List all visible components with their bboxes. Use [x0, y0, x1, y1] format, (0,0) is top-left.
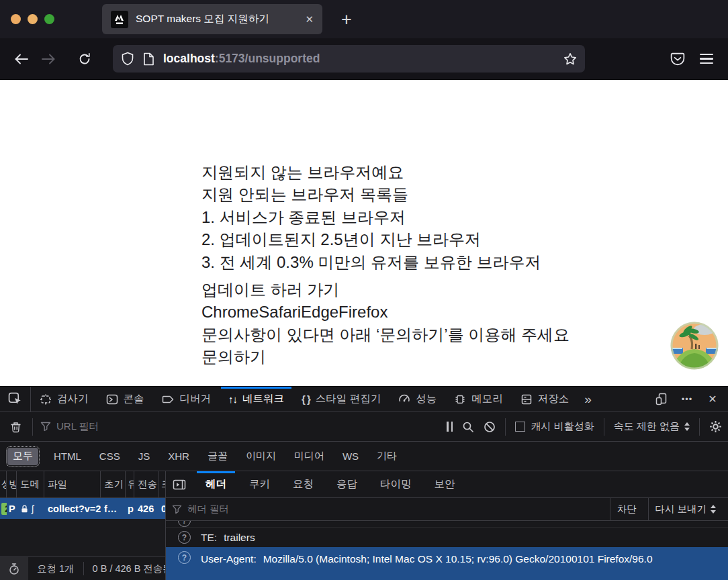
url-text: localhost:5173/unsupported	[163, 52, 320, 66]
header-row-te[interactable]: ? TE:trailers	[166, 528, 728, 547]
request-initiator: f…	[101, 503, 126, 514]
network-toolbar: URL 필터 캐시 비활성화 속도 제한 없음	[0, 412, 728, 442]
update-links-block: 업데이트 하러 가기 ChromeSafariEdgeFirefox 문의사항이…	[201, 279, 570, 369]
more-tabs-button[interactable]: »	[578, 387, 598, 412]
zoom-window-button[interactable]	[44, 14, 54, 24]
question-icon[interactable]: ?	[178, 521, 191, 527]
page-title: 지원되지 않는 브라우저예요	[201, 161, 541, 183]
browser-links[interactable]: ChromeSafariEdgeFirefox	[201, 301, 570, 323]
pocket-icon[interactable]	[670, 52, 685, 66]
detail-tabs: 헤더 쿠키 요청 응답 타이밍 보안	[166, 471, 728, 498]
checkbox-icon[interactable]	[515, 422, 525, 432]
clear-requests-button[interactable]	[6, 417, 25, 437]
request-table-header: 상 방 도메 파일 초기 유 전송 크	[0, 471, 165, 498]
responsive-design-mode-button[interactable]	[650, 389, 673, 409]
filter-images[interactable]: 이미지	[246, 450, 276, 463]
detail-tab-response[interactable]: 응답	[325, 471, 369, 497]
filter-fonts[interactable]: 글꼴	[208, 450, 228, 463]
column-initiator[interactable]: 초기	[101, 471, 126, 497]
page-info-icon[interactable]	[143, 52, 154, 66]
new-tab-button[interactable]: +	[334, 7, 359, 32]
divider	[604, 418, 604, 436]
filter-media[interactable]: 미디어	[294, 450, 324, 463]
sopt-makers-favicon-icon	[111, 11, 128, 28]
headers-filter-input[interactable]: 헤더 필터	[172, 503, 604, 516]
bookmark-star-icon[interactable]	[563, 52, 577, 66]
filter-other[interactable]: 기타	[377, 450, 397, 463]
tab-console[interactable]: 콘솔	[97, 387, 153, 412]
tab-storage[interactable]: 저장소	[512, 387, 578, 412]
performance-analysis-button[interactable]	[0, 557, 28, 580]
tab-inspector[interactable]: 검사기	[31, 387, 97, 412]
detail-tab-request[interactable]: 요청	[281, 471, 325, 497]
resend-button[interactable]: 다시 보내기	[648, 498, 722, 520]
disable-cache-checkbox[interactable]: 캐시 비활성화	[515, 420, 594, 433]
tab-debugger[interactable]: 디버거	[153, 387, 220, 412]
column-domain[interactable]: 도메	[17, 471, 44, 497]
column-transferred[interactable]: 전송	[134, 471, 159, 497]
detail-tab-security[interactable]: 보안	[423, 471, 467, 497]
column-size[interactable]: 크	[159, 471, 165, 497]
header-row-clipped[interactable]: ?	[166, 521, 728, 528]
minimize-window-button[interactable]	[28, 14, 38, 24]
column-type[interactable]: 유	[126, 471, 134, 497]
divider	[699, 418, 700, 436]
filter-js[interactable]: JS	[138, 450, 150, 462]
shield-icon[interactable]	[121, 52, 134, 66]
question-icon[interactable]: ?	[178, 531, 191, 544]
devtools-menu-button[interactable]: •••	[676, 389, 698, 409]
column-file[interactable]: 파일	[44, 471, 101, 497]
network-body: 상 방 도메 파일 초기 유 전송 크 2 P ʃ collect?v=2 f……	[0, 471, 728, 580]
detail-tab-headers[interactable]: 헤더	[194, 471, 238, 497]
browser-tab[interactable]: SOPT makers 모집 지원하기 ✕	[102, 4, 322, 34]
tab-memory[interactable]: 메모리	[445, 387, 512, 412]
tab-title: SOPT makers 모집 지원하기	[136, 12, 269, 26]
header-value: Mozilla/5.0 (Macintosh; Intel Mac OS X 1…	[263, 553, 653, 565]
back-button[interactable]	[8, 46, 35, 72]
filter-css[interactable]: CSS	[99, 450, 120, 462]
update-heading: 업데이트 하러 가기	[201, 279, 570, 301]
menu-icon[interactable]	[700, 54, 713, 64]
filter-xhr[interactable]: XHR	[168, 450, 189, 462]
tab-network[interactable]: ↑↓ 네트워크	[220, 387, 293, 412]
forward-button[interactable]	[35, 46, 62, 72]
question-icon[interactable]: ?	[178, 551, 191, 564]
detail-tab-timings[interactable]: 타이밍	[369, 471, 423, 497]
column-method[interactable]: 방	[7, 471, 17, 497]
tab-style-editor[interactable]: { } 스타일 편집기	[293, 387, 390, 412]
network-settings-gear-icon[interactable]	[709, 420, 722, 433]
devtools-close-button[interactable]: ✕	[701, 389, 724, 409]
filter-all[interactable]: 모두	[7, 448, 38, 465]
pause-icon[interactable]	[447, 422, 453, 432]
request-method: P	[7, 503, 17, 514]
contact-link[interactable]: 문의하기	[201, 346, 570, 368]
block-icon[interactable]	[484, 421, 496, 433]
search-icon[interactable]	[462, 421, 474, 433]
close-window-button[interactable]	[11, 14, 21, 24]
block-request-button[interactable]: 차단	[610, 498, 642, 520]
pick-element-button[interactable]	[0, 387, 31, 412]
select-arrows-icon	[711, 505, 716, 514]
column-status[interactable]: 상	[0, 471, 7, 497]
url-bar[interactable]: localhost:5173/unsupported	[113, 45, 585, 72]
tab-close-icon[interactable]: ✕	[305, 13, 314, 26]
divider	[505, 418, 506, 436]
filter-ws[interactable]: WS	[343, 450, 359, 462]
storage-icon	[520, 393, 533, 405]
throttling-select[interactable]: 속도 제한 없음	[614, 420, 690, 433]
reload-button[interactable]	[71, 46, 98, 72]
request-row-selected[interactable]: 2 P ʃ collect?v=2 f… p 426 0	[0, 498, 165, 519]
transferred-size: 0 B / 426 B 전송됨	[93, 563, 165, 575]
status-badge: 2	[1, 503, 7, 515]
request-type-filters: 모두 HTML CSS JS XHR 글꼴 이미지 미디어 WS 기타	[0, 442, 728, 471]
request-type: p	[126, 503, 134, 514]
detail-tab-cookies[interactable]: 쿠키	[238, 471, 281, 497]
url-filter-input[interactable]: URL 필터	[40, 420, 439, 433]
filter-html[interactable]: HTML	[54, 450, 81, 462]
header-name: TE:	[201, 532, 217, 543]
tab-performance[interactable]: 성능	[390, 387, 445, 412]
details-pane-icon[interactable]	[166, 471, 194, 497]
header-row-user-agent-selected[interactable]: ? User-Agent:Mozilla/5.0 (Macintosh; Int…	[166, 547, 728, 580]
page-content: 지원되지 않는 브라우저예요 지원 안되는 브라우저 목록들 1. 서비스가 종…	[0, 80, 728, 386]
request-list-panel: 상 방 도메 파일 초기 유 전송 크 2 P ʃ collect?v=2 f……	[0, 471, 166, 580]
